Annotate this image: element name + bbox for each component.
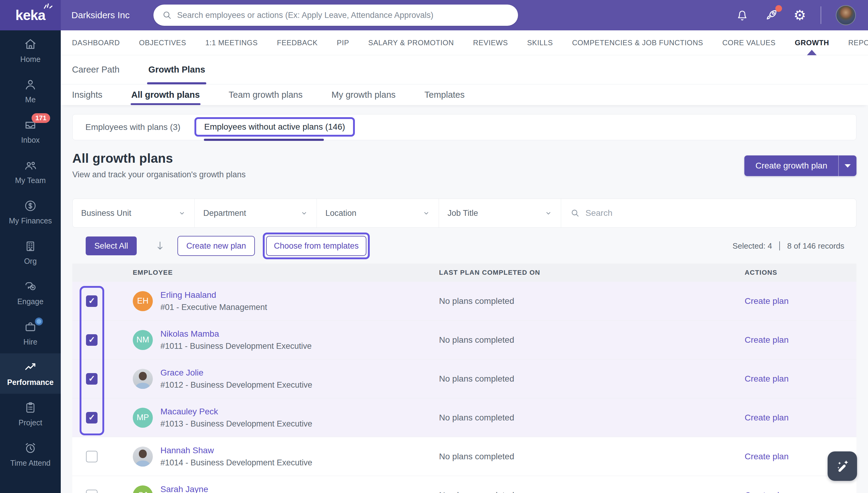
filter-department[interactable]: Department bbox=[195, 199, 317, 228]
settings-button[interactable]: ⚙ bbox=[793, 8, 806, 22]
row-checkbox[interactable] bbox=[86, 295, 98, 307]
employee-name-link[interactable]: Erling Haaland bbox=[160, 290, 267, 300]
toggle-employees-with-plans[interactable]: Employees with plans (3) bbox=[85, 122, 181, 132]
users-icon bbox=[23, 158, 37, 172]
sidebar-item-hire[interactable]: Hire bbox=[0, 313, 61, 353]
app-root: keka Darksiders Inc ⚙ bbox=[0, 0, 868, 493]
sidebar-item-inbox[interactable]: 171 Inbox bbox=[0, 111, 61, 151]
create-growth-plan-dropdown[interactable] bbox=[839, 155, 856, 176]
growth-subnav: Career Path Growth Plans bbox=[61, 55, 868, 84]
tab-team-growth-plans[interactable]: Team growth plans bbox=[229, 84, 303, 105]
hire-status-dot bbox=[35, 318, 43, 325]
employee-subtitle: #1014 - Business Development Executive bbox=[160, 458, 312, 468]
sidebar-item-project[interactable]: Project bbox=[0, 394, 61, 434]
table-row: MP Macauley Peck #1013 - Business Develo… bbox=[72, 398, 856, 437]
last-plan-status: No plans completed bbox=[439, 491, 745, 493]
row-checkbox[interactable] bbox=[86, 373, 98, 385]
tab-salary-promotion[interactable]: SALARY & PROMOTION bbox=[368, 30, 454, 55]
tab-growth[interactable]: GROWTH bbox=[795, 30, 829, 55]
sidebar-item-my-team[interactable]: My Team bbox=[0, 151, 61, 192]
sidebar: Home Me 171 Inbox My Team My Finances Or… bbox=[0, 30, 61, 493]
tab-1-1-meetings[interactable]: 1:1 MEETINGS bbox=[205, 30, 258, 55]
filter-label: Department bbox=[203, 209, 246, 218]
employee-name-link[interactable]: Grace Jolie bbox=[160, 368, 312, 378]
filter-business-unit[interactable]: Business Unit bbox=[73, 199, 195, 228]
employee-name-link[interactable]: Hannah Shaw bbox=[160, 446, 312, 455]
sidebar-item-time-attend[interactable]: Time Attend bbox=[0, 434, 61, 474]
subtab-career-path[interactable]: Career Path bbox=[72, 55, 119, 84]
employee-name-link[interactable]: Sarah Jayne bbox=[160, 485, 312, 493]
whats-new-button[interactable] bbox=[764, 7, 779, 23]
row-checkbox[interactable] bbox=[86, 451, 98, 462]
sidebar-item-my-finances[interactable]: My Finances bbox=[0, 192, 61, 232]
annotation-employees-without-plans: Employees without active plans (146) bbox=[194, 117, 355, 136]
keka-logo[interactable]: keka bbox=[0, 0, 61, 30]
tab-templates[interactable]: Templates bbox=[425, 84, 464, 105]
table-row: SJ Sarah Jayne #1016 - Business Developm… bbox=[72, 476, 856, 493]
sidebar-item-engage[interactable]: Engage bbox=[0, 273, 61, 313]
create-plan-link[interactable]: Create plan bbox=[745, 374, 789, 384]
tab-core-values[interactable]: CORE VALUES bbox=[722, 30, 776, 55]
notifications-button[interactable] bbox=[735, 8, 749, 22]
subtab-growth-plans[interactable]: Growth Plans bbox=[148, 55, 205, 84]
tab-pip[interactable]: PIP bbox=[337, 30, 349, 55]
tab-objectives[interactable]: OBJECTIVES bbox=[139, 30, 186, 55]
create-growth-plan-button[interactable]: Create growth plan bbox=[744, 155, 839, 176]
tab-my-growth-plans[interactable]: My growth plans bbox=[331, 84, 396, 105]
create-plan-link[interactable]: Create plan bbox=[745, 491, 789, 493]
sidebar-item-performance[interactable]: Performance bbox=[0, 353, 61, 394]
page-title: All growth plans bbox=[72, 151, 856, 166]
growth-plans-tabs: Insights All growth plans Team growth pl… bbox=[61, 84, 868, 105]
tab-reports[interactable]: REPORTS bbox=[848, 30, 868, 55]
selection-summary: Selected: 4 8 of 146 records bbox=[732, 241, 844, 251]
tab-feedback[interactable]: FEEDBACK bbox=[277, 30, 317, 55]
filter-bar: Business Unit Department Location Job Ti… bbox=[72, 198, 856, 228]
search-icon bbox=[570, 208, 580, 218]
filter-job-title[interactable]: Job Title bbox=[439, 199, 561, 228]
create-plan-link[interactable]: Create plan bbox=[745, 335, 789, 345]
tab-reviews[interactable]: REVIEWS bbox=[473, 30, 508, 55]
column-actions: ACTIONS bbox=[745, 269, 777, 277]
main-content: Employees with plans (3) Employees witho… bbox=[61, 105, 868, 493]
tab-all-growth-plans[interactable]: All growth plans bbox=[131, 84, 200, 105]
employee-name-link[interactable]: Nikolas Mamba bbox=[160, 329, 312, 339]
row-checkbox[interactable] bbox=[86, 334, 98, 346]
row-checkbox[interactable] bbox=[86, 490, 98, 493]
choose-from-templates-button[interactable]: Choose from templates bbox=[266, 236, 366, 256]
select-all-button[interactable]: Select All bbox=[86, 236, 137, 255]
global-search-input[interactable] bbox=[177, 10, 510, 20]
tab-skills[interactable]: SKILLS bbox=[527, 30, 553, 55]
last-plan-status: No plans completed bbox=[439, 296, 745, 306]
tab-dashboard[interactable]: DASHBOARD bbox=[72, 30, 120, 55]
create-plan-link[interactable]: Create plan bbox=[745, 452, 789, 462]
magic-assistant-button[interactable] bbox=[828, 451, 857, 481]
last-plan-status: No plans completed bbox=[439, 335, 745, 345]
table-search-input[interactable] bbox=[585, 208, 847, 218]
growth-plans-table: EMPLOYEE LAST PLAN COMPLETED ON ACTIONS … bbox=[72, 263, 856, 493]
chevron-down-icon bbox=[845, 164, 851, 168]
sidebar-item-org[interactable]: Org bbox=[0, 232, 61, 273]
employee-name-link[interactable]: Macauley Peck bbox=[160, 407, 312, 416]
toggle-employees-without-plans[interactable]: Employees without active plans (146) bbox=[204, 122, 345, 132]
user-avatar[interactable] bbox=[836, 5, 856, 25]
chat-bubbles-icon bbox=[23, 280, 37, 294]
filter-label: Job Title bbox=[448, 209, 478, 218]
table-header: EMPLOYEE LAST PLAN COMPLETED ON ACTIONS bbox=[72, 263, 856, 282]
create-new-plan-button[interactable]: Create new plan bbox=[178, 236, 255, 256]
employee-subtitle: #1013 - Business Development Executive bbox=[160, 419, 312, 429]
sidebar-item-me[interactable]: Me bbox=[0, 71, 61, 111]
row-checkbox[interactable] bbox=[86, 412, 98, 424]
sidebar-item-label: Org bbox=[24, 257, 37, 265]
tab-competencies-job-functions[interactable]: COMPETENCIES & JOB FUNCTIONS bbox=[572, 30, 703, 55]
create-plan-link[interactable]: Create plan bbox=[745, 296, 789, 306]
filter-location[interactable]: Location bbox=[317, 199, 439, 228]
tab-insights[interactable]: Insights bbox=[72, 84, 102, 105]
create-plan-link[interactable]: Create plan bbox=[745, 413, 789, 423]
global-search[interactable] bbox=[153, 4, 518, 26]
magic-wand-icon bbox=[834, 457, 851, 475]
sidebar-item-home[interactable]: Home bbox=[0, 30, 61, 71]
active-toggle-underline bbox=[204, 139, 324, 141]
sort-descending-icon[interactable] bbox=[154, 240, 165, 252]
chevron-down-icon bbox=[422, 209, 430, 217]
user-icon bbox=[23, 78, 37, 92]
